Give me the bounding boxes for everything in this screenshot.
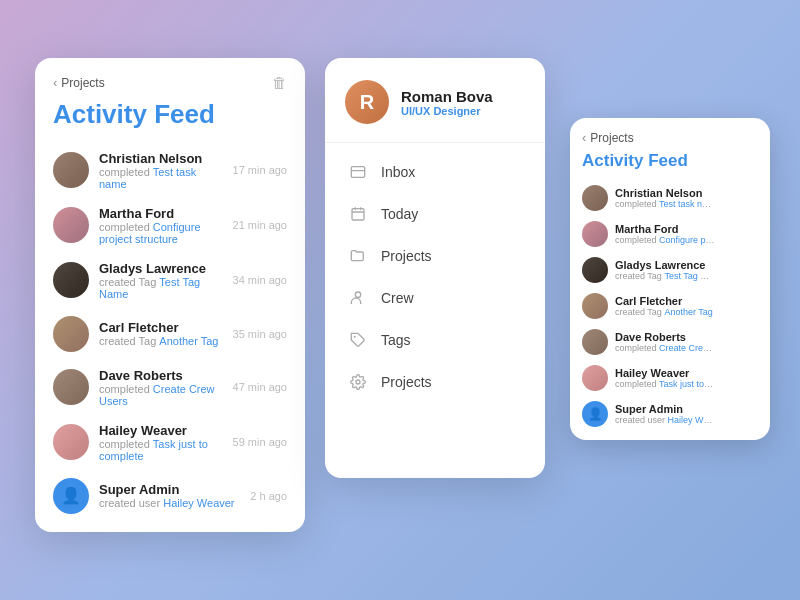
svg-point-2 — [355, 292, 360, 297]
nav-item-label: Today — [381, 206, 418, 222]
sidebar-item-projects[interactable]: Projects — [325, 235, 545, 277]
feed-user-name: Gladys Lawrence — [99, 261, 223, 276]
right-activity-feed-list: Christian Nelsoncompleted Test task name… — [570, 180, 770, 432]
action-type-label: created user — [615, 415, 668, 425]
action-link[interactable]: Hailey Weaver — [163, 497, 234, 509]
feed-info: Christian Nelsoncompleted Test task name — [615, 187, 758, 209]
nav-item-label: Inbox — [381, 164, 415, 180]
feed-info: Super Admincreated user Hailey Weaver — [99, 482, 240, 509]
avatar — [53, 316, 89, 352]
feed-info: Christian Nelsoncompleted Test task name — [99, 151, 223, 190]
action-type-label: completed — [615, 379, 659, 389]
avatar — [582, 329, 608, 355]
action-link[interactable]: Another Tag — [159, 335, 218, 347]
profile-section: R Roman Bova UI/UX Designer — [325, 58, 545, 143]
feed-info: Hailey Weavercompleted Task just to comp… — [99, 423, 223, 462]
feed-time: 17 min ago — [233, 164, 287, 176]
action-link[interactable]: Configure project struc... — [659, 235, 715, 245]
action-type-label: completed — [99, 383, 153, 395]
feed-user-name: Dave Roberts — [99, 368, 223, 383]
avatar: R — [345, 80, 389, 124]
list-item[interactable]: 👤Super Admincreated user Hailey Weaver — [570, 396, 770, 432]
avatar — [582, 365, 608, 391]
action-type-label: created user — [99, 497, 163, 509]
tag-icon — [349, 331, 367, 349]
action-type-label: completed — [615, 235, 659, 245]
list-item[interactable]: Christian Nelsoncompleted Test task name — [570, 180, 770, 216]
page-title: Activity Feed — [35, 99, 305, 142]
svg-rect-0 — [351, 167, 364, 178]
action-link[interactable]: Task just to complete — [659, 379, 715, 389]
feed-action: created Tag Another Tag — [615, 307, 715, 317]
action-type-label: created Tag — [99, 335, 159, 347]
action-link[interactable]: Test Tag Name — [664, 271, 715, 281]
feed-user-name: Gladys Lawrence — [615, 259, 758, 271]
calendar-icon — [349, 205, 367, 223]
feed-user-name: Martha Ford — [615, 223, 758, 235]
list-item[interactable]: Martha Fordcompleted Configure project s… — [35, 198, 305, 253]
avatar — [53, 424, 89, 460]
sidebar-item-tags[interactable]: Tags — [325, 319, 545, 361]
list-item[interactable]: Gladys Lawrencecreated Tag Test Tag Name… — [35, 253, 305, 308]
list-item[interactable]: Hailey Weavercompleted Task just to comp… — [570, 360, 770, 396]
gear-icon — [349, 373, 367, 391]
action-type-label: created Tag — [615, 307, 664, 317]
trash-icon[interactable]: 🗑 — [272, 74, 287, 91]
chevron-left-icon: ‹ — [582, 130, 586, 145]
list-item[interactable]: Carl Fletchercreated Tag Another Tag — [570, 288, 770, 324]
feed-action: completed Task just to complete — [615, 379, 715, 389]
nav-item-label: Tags — [381, 332, 411, 348]
feed-info: Gladys Lawrencecreated Tag Test Tag Name — [615, 259, 758, 281]
action-type-label: completed — [615, 199, 659, 209]
sidebar-item-today[interactable]: Today — [325, 193, 545, 235]
list-item[interactable]: 👤Super Admincreated user Hailey Weaver2 … — [35, 470, 305, 522]
feed-user-name: Martha Ford — [99, 206, 223, 221]
feed-user-name: Super Admin — [615, 403, 758, 415]
feed-info: Martha Fordcompleted Configure project s… — [99, 206, 223, 245]
feed-action: created user Hailey Weaver — [99, 497, 240, 509]
list-item[interactable]: Dave Robertscompleted Create Crew Users — [570, 324, 770, 360]
back-to-projects[interactable]: ‹ Projects — [53, 75, 105, 90]
middle-profile-card: R Roman Bova UI/UX Designer InboxTodayPr… — [325, 58, 545, 478]
sidebar-item-projects[interactable]: Projects — [325, 361, 545, 403]
feed-time: 59 min ago — [233, 436, 287, 448]
feed-action: completed Test task name — [615, 199, 715, 209]
sidebar-item-inbox[interactable]: Inbox — [325, 151, 545, 193]
right-back-to-projects[interactable]: ‹ Projects — [582, 130, 634, 145]
person-icon — [349, 289, 367, 307]
action-link[interactable]: Another Tag — [664, 307, 712, 317]
feed-info: Carl Fletchercreated Tag Another Tag — [615, 295, 758, 317]
action-link[interactable]: Hailey Weaver — [668, 415, 715, 425]
action-link[interactable]: Test task name — [659, 199, 715, 209]
list-item[interactable]: Dave Robertscompleted Create Crew Users4… — [35, 360, 305, 415]
action-type-label: created Tag — [615, 271, 664, 281]
feed-info: Carl Fletchercreated Tag Another Tag — [99, 320, 223, 347]
activity-feed-list: Christian Nelsoncompleted Test task name… — [35, 143, 305, 522]
list-item[interactable]: Martha Fordcompleted Configure project s… — [570, 216, 770, 252]
list-item[interactable]: Christian Nelsoncompleted Test task name… — [35, 143, 305, 198]
sidebar-item-crew[interactable]: Crew — [325, 277, 545, 319]
list-item[interactable]: Gladys Lawrencecreated Tag Test Tag Name — [570, 252, 770, 288]
list-item[interactable]: Hailey Weavercompleted Task just to comp… — [35, 415, 305, 470]
feed-time: 34 min ago — [233, 274, 287, 286]
feed-action: completed Configure project struc... — [615, 235, 715, 245]
action-link[interactable]: Create Crew Users — [659, 343, 715, 353]
nav-item-label: Crew — [381, 290, 414, 306]
left-activity-card: ‹ Projects 🗑 Activity Feed Christian Nel… — [35, 58, 305, 531]
list-item[interactable]: Carl Fletchercreated Tag Another Tag35 m… — [35, 308, 305, 360]
feed-action: completed Configure project structure — [99, 221, 223, 245]
profile-name: Roman Bova — [401, 88, 493, 105]
feed-time: 2 h ago — [250, 490, 287, 502]
feed-user-name: Christian Nelson — [99, 151, 223, 166]
feed-info: Super Admincreated user Hailey Weaver — [615, 403, 758, 425]
avatar — [53, 262, 89, 298]
svg-point-4 — [356, 380, 360, 384]
left-card-header: ‹ Projects 🗑 — [35, 74, 305, 99]
right-activity-card: ‹ Projects Activity Feed Christian Nelso… — [570, 118, 770, 439]
feed-action: created Tag Test Tag Name — [99, 276, 223, 300]
avatar: 👤 — [582, 401, 608, 427]
feed-time: 35 min ago — [233, 328, 287, 340]
right-card-header: ‹ Projects — [570, 130, 770, 151]
feed-info: Gladys Lawrencecreated Tag Test Tag Name — [99, 261, 223, 300]
avatar — [53, 369, 89, 405]
